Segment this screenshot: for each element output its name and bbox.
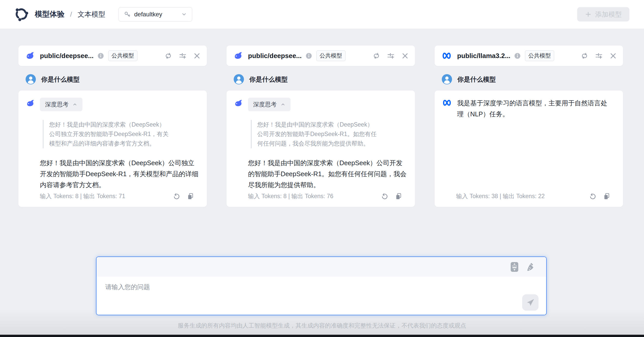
model-settings-icon[interactable]	[179, 52, 186, 60]
answer-text: 您好！我是由中国的深度求索（DeepSeek）公司独立开发的智能助手DeepSe…	[40, 158, 199, 190]
chevron-up-icon	[72, 102, 77, 107]
model-header-card: public/deepsee... 公共模型	[18, 46, 207, 66]
model-name: public/deepsee...	[248, 52, 302, 60]
response-card: 我是基于深度学习的语言模型，主要用于自然语言处理（NLP）任务。 输入 Toke…	[435, 91, 623, 207]
deepseek-whale-icon	[25, 51, 35, 61]
api-key-value: defaultkey	[134, 11, 162, 18]
meta-icon	[441, 52, 452, 60]
thinking-content: 您好！我是由中国的深度求索（DeepSeek）公司独立开发的智能助手DeepSe…	[43, 120, 171, 148]
user-avatar	[234, 74, 244, 84]
close-panel-icon[interactable]	[609, 52, 617, 60]
deep-thinking-toggle[interactable]: 深度思考	[248, 98, 291, 111]
clear-brush-icon[interactable]	[526, 262, 535, 272]
user-message: 你是什么模型	[18, 74, 207, 84]
page-title: 模型体验	[35, 9, 65, 19]
input-resize-icon[interactable]	[510, 262, 519, 272]
model-header-card: public/llama3.2... 公共模型	[435, 46, 623, 66]
deep-thinking-toggle[interactable]: 深度思考	[40, 98, 82, 111]
message-input[interactable]: 请输入您的问题	[96, 277, 546, 315]
model-header-card: public/deepsee... 公共模型	[227, 46, 415, 66]
plus-icon	[585, 11, 592, 18]
add-model-button[interactable]: 添加模型	[577, 7, 629, 21]
token-stats: 输入 Tokens: 38 | 输出 Tokens: 22	[456, 192, 545, 200]
meta-icon	[442, 99, 452, 106]
user-question-text: 你是什么模型	[41, 75, 80, 84]
model-panel-1: public/deepsee... 公共模型	[18, 46, 207, 207]
answer-text: 我是基于深度学习的语言模型，主要用于自然语言处理（NLP）任务。	[457, 98, 613, 120]
regenerate-icon[interactable]	[589, 193, 596, 200]
copy-icon[interactable]	[603, 193, 610, 200]
info-icon[interactable]	[305, 52, 312, 59]
message-composer: 请输入您的问题	[96, 256, 547, 315]
deepseek-whale-icon	[26, 99, 35, 108]
user-avatar	[26, 74, 36, 84]
user-question-text: 你是什么模型	[249, 75, 288, 84]
chevron-down-icon	[181, 12, 187, 17]
public-model-badge: 公共模型	[108, 50, 137, 61]
breadcrumb-separator: /	[70, 10, 72, 18]
answer-text: 您好！我是由中国的深度求索（DeepSeek）公司开发的智能助手DeepSeek…	[248, 158, 407, 190]
public-model-badge: 公共模型	[316, 50, 346, 61]
deep-thinking-label: 深度思考	[45, 100, 69, 108]
add-model-label: 添加模型	[595, 10, 622, 19]
close-panel-icon[interactable]	[193, 52, 201, 60]
window-bottom-edge	[0, 335, 644, 337]
response-card: 深度思考 您好！我是由中国的深度求索（DeepSeek）公司独立开发的智能助手D…	[18, 91, 207, 207]
public-model-badge: 公共模型	[525, 50, 554, 61]
composer-toolbar	[96, 257, 546, 277]
api-key-select[interactable]: defaultkey	[119, 7, 192, 21]
breadcrumb-current: 文本模型	[78, 10, 105, 19]
model-name: public/deepsee...	[40, 52, 94, 60]
close-panel-icon[interactable]	[401, 52, 409, 60]
model-panel-3: public/llama3.2... 公共模型	[435, 46, 623, 207]
info-icon[interactable]	[97, 52, 104, 59]
user-message: 你是什么模型	[435, 74, 623, 84]
input-placeholder: 请输入您的问题	[105, 283, 150, 291]
deepseek-whale-icon	[233, 51, 243, 61]
model-name: public/llama3.2...	[457, 52, 510, 60]
send-icon	[526, 298, 535, 307]
copy-icon[interactable]	[395, 193, 402, 200]
top-bar: 模型体验 / 文本模型 defaultkey 添加模型	[0, 0, 644, 29]
app-logo-icon	[14, 7, 28, 21]
ai-disclaimer: 服务生成的所有内容均由人工智能模型生成，其生成内容的准确度和完整性无法保证，不代…	[0, 322, 644, 330]
response-card: 深度思考 您好！我是由中国的深度求索（DeepSeek）公司开发的智能助手Dee…	[227, 91, 415, 207]
swap-model-icon[interactable]	[373, 52, 380, 60]
deep-thinking-label: 深度思考	[253, 100, 277, 108]
token-stats: 输入 Tokens: 8 | 输出 Tokens: 76	[248, 192, 333, 200]
swap-model-icon[interactable]	[581, 52, 588, 60]
info-icon[interactable]	[514, 52, 521, 59]
user-avatar	[442, 74, 452, 84]
chevron-up-icon	[281, 102, 285, 107]
model-settings-icon[interactable]	[595, 52, 603, 60]
model-panel-2: public/deepsee... 公共模型	[227, 46, 415, 207]
thinking-content: 您好！我是由中国的深度求索（DeepSeek）公司开发的智能助手DeepSeek…	[251, 120, 379, 148]
send-button[interactable]	[522, 294, 539, 311]
token-stats: 输入 Tokens: 8 | 输出 Tokens: 71	[40, 192, 125, 200]
deepseek-whale-icon	[234, 99, 243, 108]
regenerate-icon[interactable]	[381, 193, 388, 200]
model-settings-icon[interactable]	[387, 52, 394, 60]
regenerate-icon[interactable]	[173, 193, 180, 200]
copy-icon[interactable]	[187, 193, 194, 200]
user-question-text: 你是什么模型	[457, 75, 496, 84]
key-icon	[124, 11, 131, 18]
swap-model-icon[interactable]	[165, 52, 172, 60]
user-message: 你是什么模型	[227, 74, 415, 84]
